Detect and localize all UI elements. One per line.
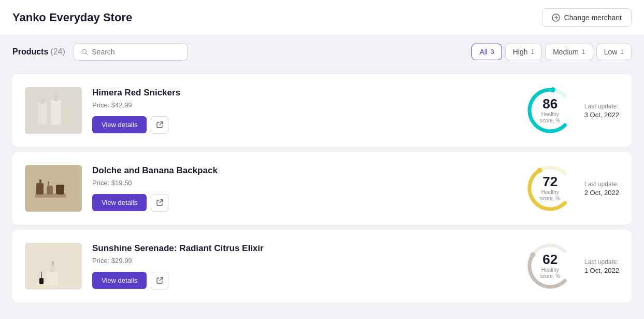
score-label: Healthy score, % [537, 189, 563, 202]
search-input[interactable] [92, 48, 180, 56]
score-text: 86 Healthy score, % [537, 97, 563, 124]
score-section: 62 Healthy score, % Last update: 1 Oct, … [524, 240, 619, 292]
svg-rect-7 [54, 95, 58, 101]
external-link-icon [156, 277, 163, 284]
last-update-date: 2 Oct, 2022 [584, 189, 619, 197]
products-label: Products (24) [12, 47, 65, 57]
score-circle: 72 Healthy score, % [524, 162, 576, 214]
filter-tab-low[interactable]: Low 1 [596, 44, 632, 60]
product-actions: View details [92, 272, 514, 289]
score-section: 72 Healthy score, % Last update: 2 Oct, … [524, 162, 619, 214]
last-update: Last update: 1 Oct, 2022 [584, 258, 619, 274]
product-price: Price: $29.99 [92, 257, 514, 265]
svg-point-17 [537, 168, 542, 173]
svg-rect-22 [39, 278, 44, 284]
svg-rect-21 [52, 261, 54, 266]
svg-point-24 [530, 253, 535, 258]
score-circle: 86 Healthy score, % [524, 85, 576, 136]
search-icon [81, 48, 88, 56]
svg-rect-20 [50, 265, 55, 272]
search-box[interactable] [74, 43, 188, 61]
product-card: Dolche and Banana Backpack Price: $19.50… [12, 152, 632, 225]
filter-tabs: All 3 High 1 Medium 1 Low 1 [471, 44, 632, 60]
filter-tab-all[interactable]: All 3 [471, 44, 502, 60]
score-circle: 62 Healthy score, % [524, 240, 576, 292]
score-text: 62 Healthy score, % [537, 253, 563, 280]
score-section: 86 Healthy score, % Last update: 3 Oct, … [524, 85, 619, 136]
score-number: 86 [537, 97, 563, 110]
product-actions: View details [92, 116, 514, 134]
external-link-button[interactable] [151, 116, 168, 134]
header: Yanko Everyday Store Change merchant [0, 0, 644, 36]
product-image [25, 165, 82, 212]
external-link-icon [156, 199, 163, 206]
svg-rect-5 [40, 98, 45, 104]
svg-rect-12 [36, 183, 44, 195]
external-link-icon [156, 121, 163, 128]
view-details-button[interactable]: View details [92, 116, 147, 133]
filter-tab-medium[interactable]: Medium 1 [545, 44, 593, 60]
score-label: Healthy score, % [537, 112, 563, 124]
score-text: 72 Healthy score, % [537, 175, 563, 202]
merchant-icon [552, 13, 560, 22]
filter-tab-high[interactable]: High 1 [505, 44, 542, 60]
last-update-date: 3 Oct, 2022 [584, 111, 619, 119]
product-actions: View details [92, 194, 514, 212]
svg-point-9 [550, 87, 555, 92]
product-name: Himera Red Snickers [92, 88, 514, 98]
external-link-button[interactable] [151, 272, 168, 289]
store-title: Yanko Everyday Store [12, 11, 132, 24]
product-image [25, 87, 82, 134]
svg-line-2 [85, 53, 87, 54]
svg-rect-16 [48, 182, 49, 186]
toolbar: Products (24) All 3 High 1 Medium 1 Low … [0, 36, 644, 68]
svg-rect-10 [25, 165, 82, 212]
last-update-label: Last update: [584, 103, 619, 110]
last-update: Last update: 2 Oct, 2022 [584, 181, 619, 197]
change-merchant-button[interactable]: Change merchant [542, 8, 632, 27]
last-update-label: Last update: [584, 181, 619, 188]
product-card: Himera Red Snickers Price: $42.99 View d… [12, 74, 632, 147]
svg-rect-13 [47, 186, 53, 195]
view-details-button[interactable]: View details [92, 194, 147, 211]
svg-rect-14 [56, 185, 64, 195]
score-label: Healthy score, % [537, 267, 563, 280]
external-link-button[interactable] [151, 194, 168, 212]
product-image [25, 243, 82, 289]
product-price: Price: $42.99 [92, 101, 514, 109]
products-list: Himera Red Snickers Price: $42.99 View d… [0, 68, 644, 309]
last-update: Last update: 3 Oct, 2022 [584, 103, 619, 119]
svg-rect-6 [51, 100, 61, 124]
product-name: Dolche and Banana Backpack [92, 165, 514, 176]
last-update-label: Last update: [584, 258, 619, 266]
svg-rect-15 [39, 179, 41, 184]
svg-rect-8 [64, 105, 71, 124]
last-update-date: 1 Oct, 2022 [584, 267, 619, 274]
product-name: Sunshine Serenade: Radiant Citrus Elixir [92, 243, 514, 254]
product-info: Himera Red Snickers Price: $42.99 View d… [92, 88, 514, 134]
svg-rect-19 [47, 271, 58, 286]
product-card: Sunshine Serenade: Radiant Citrus Elixir… [12, 230, 632, 302]
score-number: 62 [537, 253, 563, 266]
svg-rect-4 [38, 103, 47, 124]
product-price: Price: $19.50 [92, 179, 514, 187]
score-number: 72 [537, 175, 563, 188]
product-info: Sunshine Serenade: Radiant Citrus Elixir… [92, 243, 514, 289]
change-merchant-label: Change merchant [564, 13, 622, 22]
product-info: Dolche and Banana Backpack Price: $19.50… [92, 165, 514, 212]
products-count: (24) [50, 47, 65, 57]
toolbar-left: Products (24) [12, 43, 188, 61]
view-details-button[interactable]: View details [92, 272, 147, 289]
